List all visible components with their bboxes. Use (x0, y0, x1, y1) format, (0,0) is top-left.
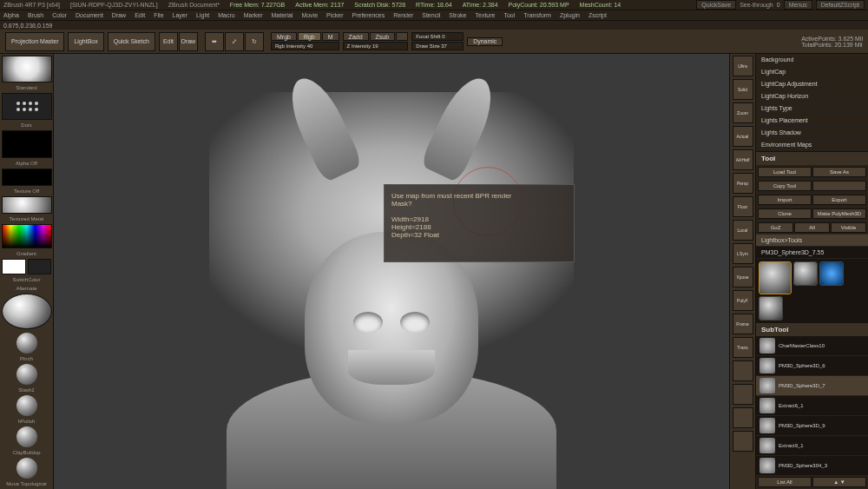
menu-material[interactable]: Material (271, 12, 293, 18)
draw-size-slider[interactable]: Draw Size 37 (411, 42, 464, 50)
menu-transform[interactable]: Transform (523, 12, 551, 18)
subtool-header[interactable]: SubTool (756, 323, 868, 336)
shelf-ultra[interactable]: Ultra (733, 56, 753, 76)
focal-shift-slider[interactable]: Focal Shift 0 (411, 32, 464, 41)
goz-button[interactable]: GoZ (758, 222, 793, 233)
menu-macro[interactable]: Macro (218, 12, 234, 18)
zsub-button[interactable]: Zsub (370, 32, 396, 41)
switchcolor-button[interactable]: SwitchColor (2, 276, 51, 283)
menu-stroke[interactable]: Stroke (449, 12, 466, 18)
subtool-PM3D_Sphere3D_7[interactable]: PM3D_Sphere3D_7 (756, 376, 868, 396)
env-lightcap-horizon[interactable]: LightCap Horizon (756, 90, 868, 102)
env-environment-maps[interactable]: Environment Maps (756, 139, 868, 151)
texture-selector[interactable] (2, 169, 52, 186)
make-polymesh3d-button[interactable]: Make PolyMesh3D (812, 208, 866, 219)
dynamic-button[interactable]: Dynamic (467, 37, 503, 46)
default-zscript-button[interactable]: DefaultZScript (816, 0, 865, 10)
tool-thumb-1[interactable] (793, 261, 818, 286)
shelf-floor[interactable]: Floor (733, 196, 753, 217)
env-lights-placement[interactable]: Lights Placement (756, 115, 868, 127)
shelf-actual[interactable]: Actual (733, 126, 753, 147)
menu-draw[interactable]: Draw (112, 12, 126, 18)
subtool-CharMasterClass10[interactable]: CharMasterClass10 (756, 336, 868, 356)
menu-file[interactable]: File (154, 12, 163, 18)
menu-picker[interactable]: Picker (326, 12, 343, 18)
clone-button[interactable]: Clone (758, 208, 812, 219)
quick-brush-move topological[interactable]: Move Topological (2, 458, 51, 487)
shelf-persp[interactable]: Persp (733, 173, 753, 194)
color-picker[interactable] (2, 224, 52, 248)
quick-sketch-button[interactable]: Quick Sketch (108, 32, 155, 51)
shelf-xpose[interactable]: Xpose (733, 267, 753, 287)
zcut-button[interactable] (396, 32, 408, 41)
mrgb-button[interactable]: Mrgb (271, 32, 297, 41)
menu-movie[interactable]: Movie (301, 12, 318, 18)
main-color-swatch[interactable] (2, 259, 26, 274)
subtool-PM3D_Sphere3D_9[interactable]: PM3D_Sphere3D_9 (756, 416, 868, 436)
env-lights-shadow[interactable]: Lights Shadow (756, 127, 868, 139)
shelf-btn[interactable] (733, 360, 753, 381)
alpha-selector[interactable] (2, 130, 52, 157)
rotate-button[interactable]: ↻ (245, 32, 264, 51)
subtool-PM3D_Sphere3D_6[interactable]: PM3D_Sphere3D_6 (756, 356, 868, 376)
menu-texture[interactable]: Texture (475, 12, 495, 18)
shelf-lsym[interactable]: LSym (733, 243, 753, 264)
save-as-button[interactable]: Save As (812, 167, 866, 177)
quicksave-button[interactable]: QuickSave (696, 0, 736, 10)
quick-brush-hpolish[interactable]: hPolish (2, 395, 51, 425)
menu-brush[interactable]: Brush (28, 12, 43, 18)
shelf-polyf[interactable]: PolyF (733, 290, 753, 311)
shelf-frame[interactable]: Frame (733, 314, 753, 334)
shelf-trans[interactable]: Trans (733, 337, 753, 358)
material-selector[interactable] (2, 196, 52, 214)
tool-thumb-2[interactable] (819, 261, 844, 286)
btn-button[interactable] (812, 181, 866, 191)
menu-color[interactable]: Color (52, 12, 67, 18)
env-lightcap-adjustment[interactable]: LightCap Adjustment (756, 78, 868, 90)
menus-button[interactable]: Menus (784, 0, 812, 10)
lightbox-button[interactable]: LightBox (68, 32, 103, 51)
alternate-button[interactable]: Alternate (2, 285, 51, 292)
menu-zplugin[interactable]: Zplugin (560, 12, 580, 18)
lightbox-tools-button[interactable]: Lightbox>Tools (756, 235, 868, 247)
list-all-button[interactable]: List All (758, 477, 812, 487)
menu-alpha[interactable]: Alpha (3, 12, 19, 18)
menu-render[interactable]: Render (393, 12, 413, 18)
menu-stencil[interactable]: Stencil (422, 12, 440, 18)
shelf-btn[interactable] (733, 407, 753, 428)
quick-brush-slash2[interactable]: Slash2 (2, 364, 51, 393)
export-button[interactable]: Export (812, 195, 866, 205)
menu-preferences[interactable]: Preferences (352, 12, 385, 18)
quick-brush-pinch[interactable]: Pinch (2, 333, 51, 362)
load-tool-button[interactable]: Load Tool (758, 167, 812, 177)
shelf-local[interactable]: Local (733, 220, 753, 241)
shelf-zoom[interactable]: Zoom (733, 102, 753, 123)
zadd-button[interactable]: Zadd (343, 32, 369, 41)
stroke-selector[interactable] (2, 93, 52, 120)
menu-document[interactable]: Document (76, 12, 103, 18)
visible-button[interactable]: Visible (831, 222, 866, 233)
viewport-canvas[interactable]: Use map from most recent BPR render Mask… (54, 54, 729, 489)
shelf-aahalf[interactable]: AAHalf (733, 149, 753, 170)
rgb-intensity-slider[interactable]: Rgb Intensity 40 (271, 42, 339, 50)
subtool-Extract6_1[interactable]: Extract6_1 (756, 396, 868, 416)
import-button[interactable]: Import (758, 195, 812, 205)
copy-tool-button[interactable]: Copy Tool (758, 181, 812, 191)
menu-edit[interactable]: Edit (135, 12, 145, 18)
tool-thumb-main[interactable] (759, 261, 792, 294)
env-background[interactable]: Background (756, 54, 868, 66)
tool-thumb-3[interactable] (759, 296, 783, 320)
shelf-btn[interactable] (733, 384, 753, 405)
shelf-btn[interactable] (733, 431, 753, 452)
secondary-color-swatch[interactable] (28, 259, 52, 274)
all-button[interactable]: All (794, 222, 830, 233)
quick-brush-claybuildup[interactable]: ClayBuildup (2, 426, 51, 456)
subtool-arrows[interactable]: ▲ ▼ (812, 477, 866, 487)
material-preview[interactable] (2, 294, 52, 329)
move-button[interactable]: ⬌ (205, 32, 224, 51)
menu-light[interactable]: Light (196, 12, 209, 18)
draw-mode-button[interactable]: Draw (179, 32, 198, 51)
scale-button[interactable]: ⤢ (225, 32, 244, 51)
menu-zscript[interactable]: Zscript (589, 12, 607, 18)
rgb-button[interactable]: Rgb (298, 32, 321, 41)
